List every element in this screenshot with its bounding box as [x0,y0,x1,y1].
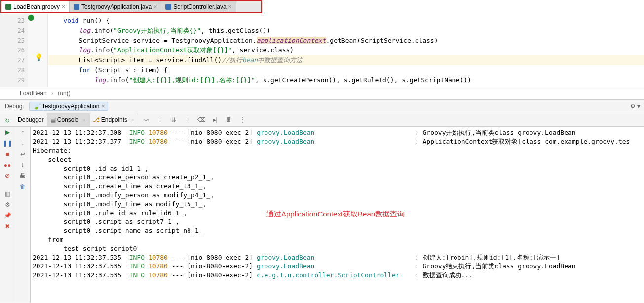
debug-left-icons: ▶ ❚❚ ■ ●● ⊘ ▥ ⚙ 📌 ✖ [0,127,15,303]
debug-config-tab[interactable]: 🍃 TestgroovyApplication × [29,102,109,111]
pause-icon[interactable]: ❚❚ [3,139,11,147]
debug-label: Debug: [0,103,29,110]
chevron-right-icon: › [51,90,53,97]
breadcrumb-class[interactable]: LoadBean [20,90,47,97]
editor-tabs: LoadBean.groovy × TestgroovyApplication.… [0,0,262,13]
stop-icon[interactable]: ■ [3,150,11,158]
debugger-tab[interactable]: Debugger [15,113,47,126]
endpoints-icon: ⎇ [93,116,100,123]
groovy-icon [5,4,11,10]
step-out-icon[interactable]: ↑ [184,116,191,124]
tab-label: ScriptController.java [173,3,226,10]
step-into-icon[interactable]: ↓ [156,116,164,124]
endpoints-tab[interactable]: ⎇ Endpoints → [90,113,138,126]
pin-icon[interactable]: → [80,116,86,123]
mute-breakpoints-icon[interactable]: ⊘ [3,172,11,180]
close-icon[interactable]: × [101,103,105,110]
line-numbers: 232425 262728 29 [0,14,28,87]
spring-icon: 🍃 [33,103,40,110]
down-icon[interactable]: ↓ [19,139,27,147]
breadcrumb-method[interactable]: run() [58,90,70,97]
layout-icon[interactable]: ▥ [3,190,11,198]
print-icon[interactable]: 🖶 [19,172,27,180]
gutter-icons: ⬤ 💡 [28,14,48,87]
pin-icon[interactable]: → [129,116,135,123]
override-icon[interactable]: ⬤ [28,14,34,21]
code-area[interactable]: void run() { log.info("Groovy开始执行,当前类{}"… [48,14,644,87]
up-icon[interactable]: ↑ [19,129,27,136]
resume-icon[interactable]: ▶ [3,129,11,136]
tab-scriptcontroller[interactable]: ScriptController.java × [161,1,236,12]
java-icon [165,4,171,10]
scroll-end-icon[interactable]: ⤓ [19,161,27,169]
tab-label: LoadBean.groovy [13,3,60,10]
console-icon: ▤ [50,116,56,123]
rerun-icon[interactable]: ↻ [3,117,11,125]
tab-label: TestgroovyApplication.java [81,3,152,10]
run-to-cursor-icon[interactable]: ▸| [211,116,219,124]
soft-wrap-icon[interactable]: ↩ [19,150,27,158]
java-icon [74,4,79,10]
drop-frame-icon[interactable]: ⌫ [197,116,205,124]
gear-icon[interactable]: ⚙ ▾ [630,103,640,110]
close-icon[interactable]: × [153,3,157,10]
bulb-icon[interactable]: 💡 [28,53,47,63]
tab-loadbean[interactable]: LoadBean.groovy × [1,1,70,12]
debug-app-name: TestgroovyApplication [42,103,100,110]
force-step-icon[interactable]: ⇊ [170,116,178,124]
clear-icon[interactable]: 🗑 [19,183,27,191]
console-left-icons: ↑ ↓ ↩ ⤓ 🖶 🗑 [15,127,31,303]
code-editor[interactable]: 232425 262728 29 ⬤ 💡 void run() { log.in… [0,14,644,87]
debug-bar: Debug: 🍃 TestgroovyApplication × ⚙ ▾ [0,100,644,113]
settings-icon[interactable]: ⚙ [3,201,11,209]
step-over-icon[interactable]: ⤻ [142,116,150,124]
tab-testgroovyapp[interactable]: TestgroovyApplication.java × [70,1,161,12]
close-icon[interactable]: ✖ [3,222,11,230]
breadcrumb[interactable]: LoadBean › run() [0,87,644,100]
console-tab[interactable]: ▤ Console → [47,113,90,126]
trace-icon[interactable]: ⋮ [239,116,247,124]
annotation-text: 通过ApplicationContext获取Bean数据查询 [266,210,405,219]
close-icon[interactable]: × [62,3,65,10]
evaluate-icon[interactable]: 🖩 [225,116,233,124]
view-breakpoints-icon[interactable]: ●● [3,161,11,169]
debug-toolbar: ↻ Debugger ▤ Console → ⎇ Endpoints → ⤻ ↓… [0,113,644,127]
close-icon[interactable]: × [228,3,232,10]
pin-icon[interactable]: 📌 [3,212,11,219]
